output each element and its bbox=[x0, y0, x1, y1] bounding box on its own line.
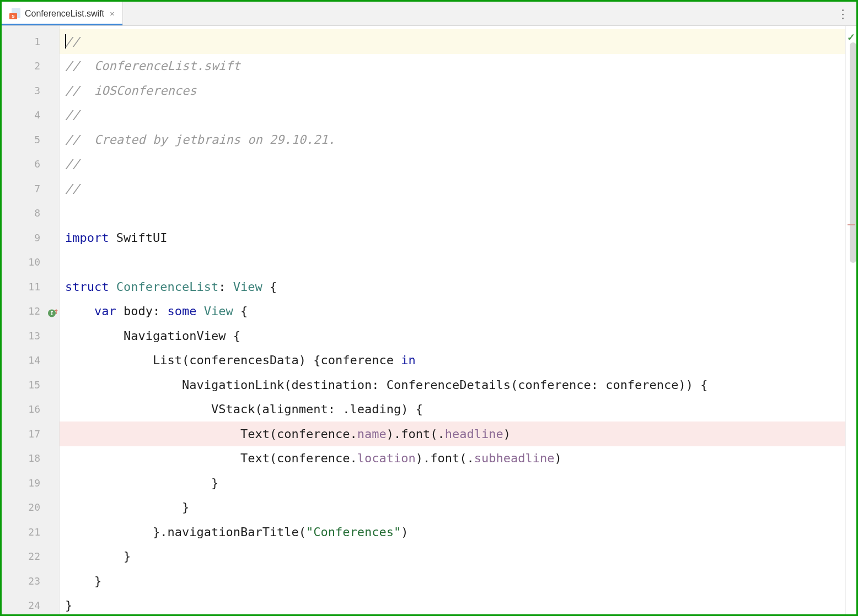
line-number[interactable]: 9 bbox=[2, 225, 59, 250]
line-number[interactable]: 24 bbox=[2, 593, 59, 617]
code-line[interactable]: // bbox=[60, 152, 845, 177]
line-number[interactable]: 22 bbox=[2, 544, 59, 569]
code-line[interactable]: // bbox=[60, 103, 845, 128]
code-line[interactable]: // ConferenceList.swift bbox=[60, 54, 845, 79]
line-number[interactable]: 4 bbox=[2, 103, 59, 128]
code-line[interactable]: struct ConferenceList: View { bbox=[60, 274, 845, 299]
close-icon[interactable]: × bbox=[109, 9, 116, 18]
analysis-gutter: ✓ bbox=[845, 26, 856, 614]
line-number[interactable]: 7 bbox=[2, 176, 59, 201]
line-number[interactable]: 12 I ↑ bbox=[2, 299, 59, 324]
code-line[interactable]: // bbox=[60, 29, 845, 54]
more-vertical-icon[interactable]: ⋯ bbox=[837, 8, 849, 19]
code-line[interactable]: List(conferencesData) {conference in bbox=[60, 348, 845, 373]
code-line[interactable]: // Created by jetbrains on 29.10.21. bbox=[60, 127, 845, 152]
code-line[interactable]: // iOSConferences bbox=[60, 78, 845, 103]
scrollbar-thumb[interactable] bbox=[850, 42, 856, 263]
code-line[interactable] bbox=[60, 250, 845, 275]
line-number[interactable]: 20 bbox=[2, 495, 59, 520]
line-number[interactable]: 15 bbox=[2, 372, 59, 397]
editor-tab-bar: ConferenceList.swift × ⋯ bbox=[2, 2, 856, 26]
code-line[interactable]: }.navigationBarTitle("Conferences") bbox=[60, 520, 845, 544]
code-line[interactable]: } bbox=[60, 593, 845, 615]
line-number[interactable]: 21 bbox=[2, 520, 59, 544]
line-number[interactable]: 2 bbox=[2, 54, 59, 79]
line-number[interactable]: 1 bbox=[2, 29, 59, 54]
tab-filename: ConferenceList.swift bbox=[25, 9, 104, 19]
line-number[interactable]: 8 bbox=[2, 201, 59, 226]
code-line[interactable]: } bbox=[60, 544, 845, 569]
code-line[interactable]: } bbox=[60, 495, 845, 520]
line-number[interactable]: 5 bbox=[2, 127, 59, 152]
code-line[interactable] bbox=[60, 201, 845, 226]
line-number[interactable]: 18 bbox=[2, 446, 59, 471]
line-number-gutter[interactable]: 1 2 3 4 5 6 7 8 9 10 11 12 I ↑ 13 14 15 … bbox=[2, 26, 60, 614]
editor-area: 1 2 3 4 5 6 7 8 9 10 11 12 I ↑ 13 14 15 … bbox=[2, 26, 856, 614]
line-number[interactable]: 13 bbox=[2, 323, 59, 348]
line-number[interactable]: 10 bbox=[2, 250, 59, 275]
code-line[interactable]: // bbox=[60, 176, 845, 201]
code-editor[interactable]: // // ConferenceList.swift // iOSConfere… bbox=[60, 26, 845, 614]
line-number[interactable]: 14 bbox=[2, 348, 59, 373]
code-line[interactable]: VStack(alignment: .leading) { bbox=[60, 397, 845, 422]
checkmark-icon[interactable]: ✓ bbox=[847, 31, 855, 44]
line-number[interactable]: 11 bbox=[2, 274, 59, 299]
line-number[interactable]: 16 bbox=[2, 397, 59, 422]
line-number[interactable]: 19 bbox=[2, 471, 59, 495]
code-line[interactable]: NavigationLink(destination: ConferenceDe… bbox=[60, 372, 845, 397]
code-line[interactable]: import SwiftUI bbox=[60, 225, 845, 250]
tab-bar-actions: ⋯ bbox=[838, 2, 856, 25]
code-line[interactable]: var body: some View { bbox=[60, 299, 845, 324]
line-number[interactable]: 23 bbox=[2, 569, 59, 593]
code-line[interactable]: } bbox=[60, 471, 845, 495]
swift-file-icon bbox=[9, 8, 20, 19]
line-number[interactable]: 3 bbox=[2, 78, 59, 103]
code-line[interactable]: NavigationView { bbox=[60, 323, 845, 348]
inspection-marker-icon[interactable]: I ↑ bbox=[48, 305, 56, 317]
editor-tab[interactable]: ConferenceList.swift × bbox=[2, 2, 123, 25]
code-line[interactable]: } bbox=[60, 569, 845, 593]
line-number[interactable]: 6 bbox=[2, 152, 59, 177]
code-line[interactable]: Text(conference.name).font(.headline) bbox=[60, 422, 845, 446]
error-stripe-marker[interactable] bbox=[848, 224, 855, 225]
line-number[interactable]: 17 bbox=[2, 422, 59, 446]
code-line[interactable]: Text(conference.location).font(.subheadl… bbox=[60, 446, 845, 471]
